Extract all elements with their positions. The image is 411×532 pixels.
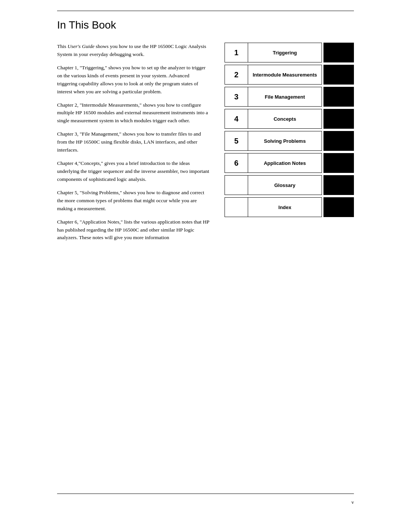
intro-paragraph: This User's Guide shows you how to use t…	[57, 43, 209, 59]
chapter-label-1: Triggering	[248, 43, 322, 62]
chapter-tab-1	[323, 43, 354, 62]
chapter2-paragraph: Chapter 2, "Intermodule Measurements," s…	[57, 101, 209, 125]
chapter-number-3: 3	[225, 87, 248, 107]
content-area: In This Book This User's Guide shows you…	[57, 19, 354, 509]
chapter-label-glossary: Glossary	[248, 175, 322, 195]
chapter-label-index: Index	[248, 197, 322, 217]
italic-text: User's Guide	[67, 43, 94, 49]
chapter-row-1: 1 Triggering	[225, 43, 354, 62]
chapter-row-index: Index	[225, 197, 354, 217]
chapter-tab-3	[323, 87, 354, 107]
chapter-row-5: 5 Solving Problems	[225, 131, 354, 151]
chapter-number-5: 5	[225, 131, 248, 151]
chapter-row-3: 3 File Management	[225, 87, 354, 107]
page: In This Book This User's Guide shows you…	[0, 0, 411, 532]
page-number: v	[352, 499, 354, 505]
bottom-rule	[57, 494, 354, 494]
chapter-label-2: Intermodule Measurements	[248, 65, 322, 85]
chapter-label-5: Solving Problems	[248, 131, 322, 151]
page-title: In This Book	[57, 19, 354, 31]
chapter4-paragraph: Chapter 4,"Concepts," gives you a brief …	[57, 160, 209, 184]
chapter-number-2: 2	[225, 65, 248, 85]
chapter-tab-6	[323, 153, 354, 173]
chapter-tab-5	[323, 131, 354, 151]
right-column: 1 Triggering 2 Intermodule Measurements …	[225, 43, 354, 219]
chapter-tab-2	[323, 65, 354, 85]
chapter-row-glossary: Glossary	[225, 175, 354, 195]
chapter-tab-4	[323, 109, 354, 129]
chapter-label-6: Application Notes	[248, 153, 322, 173]
chapter3-paragraph: Chapter 3, "File Management," shows you …	[57, 130, 209, 154]
chapter-row-2: 2 Intermodule Measurements	[225, 65, 354, 85]
chapter-tab-index	[323, 197, 354, 217]
chapter-number-1: 1	[225, 43, 248, 62]
chapter5-paragraph: Chapter 5, "Solving Problems," shows you…	[57, 189, 209, 213]
chapter-label-3: File Management	[248, 87, 322, 107]
chapter-row-4: 4 Concepts	[225, 109, 354, 129]
chapter-number-glossary	[225, 175, 248, 195]
chapter-label-4: Concepts	[248, 109, 322, 129]
chapter-number-6: 6	[225, 153, 248, 173]
top-rule	[57, 11, 354, 11]
main-layout: This User's Guide shows you how to use t…	[57, 43, 354, 247]
chapter6-paragraph: Chapter 6, "Application Notes," lists th…	[57, 218, 209, 242]
chapter1-paragraph: Chapter 1, "Triggering," shows you how t…	[57, 64, 209, 96]
chapter-number-4: 4	[225, 109, 248, 129]
chapter-number-index	[225, 197, 248, 217]
left-column: This User's Guide shows you how to use t…	[57, 43, 209, 247]
chapter-row-6: 6 Application Notes	[225, 153, 354, 173]
chapter-tab-glossary	[323, 175, 354, 195]
